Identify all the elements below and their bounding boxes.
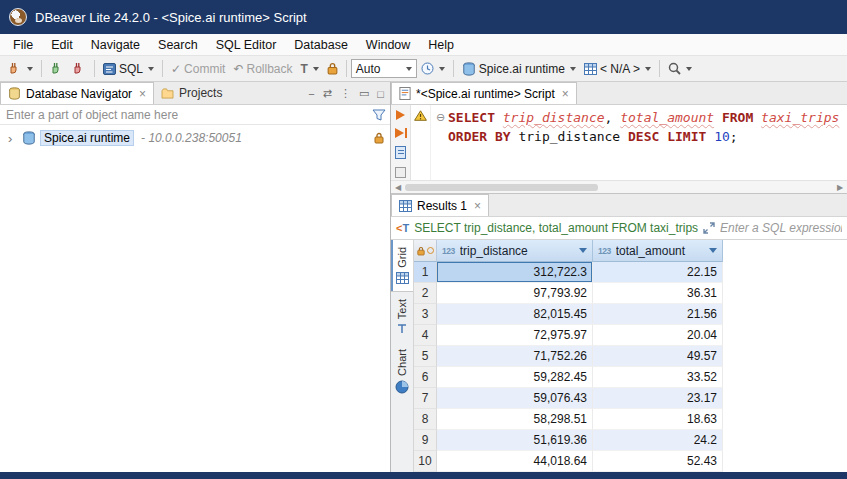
result-view-tabs: Grid Text Chart xyxy=(391,240,414,479)
row-number-cell[interactable]: 4 xyxy=(414,325,437,346)
grid-cell-trip-distance[interactable]: 51,619.36 xyxy=(437,430,593,451)
collapse-all-icon[interactable]: − xyxy=(308,88,314,100)
row-number-cell[interactable]: 6 xyxy=(414,367,437,388)
grid-cell-total-amount[interactable]: 21.56 xyxy=(593,304,723,325)
tab-sql-script[interactable]: *<Spice.ai runtime> Script × xyxy=(391,82,577,104)
maximize-view-icon[interactable]: □ xyxy=(377,88,384,100)
row-number-cell[interactable]: 5 xyxy=(414,346,437,367)
grid-cell-total-amount[interactable]: 22.15 xyxy=(593,262,723,283)
menu-navigate[interactable]: Navigate xyxy=(82,36,149,54)
editor-extra-button[interactable] xyxy=(395,167,406,178)
filter-funnel-icon[interactable] xyxy=(372,109,386,121)
grid-cell-trip-distance[interactable]: 44,018.64 xyxy=(437,451,593,472)
lock-toggle-button[interactable] xyxy=(323,58,342,79)
toolbar-separator xyxy=(453,60,454,77)
menu-search[interactable]: Search xyxy=(149,36,207,54)
minimize-view-icon[interactable]: ▭ xyxy=(359,87,369,100)
close-icon[interactable]: × xyxy=(137,87,146,101)
active-connection-combo[interactable]: Spice.ai runtime xyxy=(458,58,580,79)
menu-help[interactable]: Help xyxy=(419,36,463,54)
rollback-button[interactable]: ↶ Rollback xyxy=(229,58,296,79)
column-header-trip-distance[interactable]: 123 trip_distance xyxy=(437,240,593,262)
grid-cell-total-amount[interactable]: 52.43 xyxy=(593,451,723,472)
close-icon[interactable]: × xyxy=(560,87,569,101)
scroll-right-icon[interactable]: ▶ xyxy=(833,183,847,192)
scrollbar-thumb[interactable] xyxy=(405,184,598,191)
filter-expression-placeholder[interactable]: Enter a SQL expression to... xyxy=(720,221,842,235)
execute-statement-button[interactable] xyxy=(396,110,405,120)
sql-code[interactable]: ⊖SELECT trip_distance, total_amount FROM… xyxy=(431,105,847,180)
view-menu-icon[interactable]: ⋮ xyxy=(340,87,351,100)
grid-cell-trip-distance[interactable]: 71,752.26 xyxy=(437,346,593,367)
grid-cell-total-amount[interactable]: 49.57 xyxy=(593,346,723,367)
code-line[interactable]: ORDER BY trip_distance DESC LIMIT 10; xyxy=(433,127,847,146)
disconnect-button[interactable] xyxy=(68,58,90,79)
search-button[interactable] xyxy=(664,58,696,79)
scrollbar-track[interactable] xyxy=(405,183,833,192)
grid-cell-trip-distance[interactable]: 82,015.45 xyxy=(437,304,593,325)
results-panel: Results 1 × <T SELECT trip_distance, tot… xyxy=(391,193,847,479)
grid-cell-trip-distance[interactable]: 59,282.45 xyxy=(437,367,593,388)
grid-cell-total-amount[interactable]: 33.52 xyxy=(593,367,723,388)
row-number-cell[interactable]: 7 xyxy=(414,388,437,409)
execute-script-icon xyxy=(395,128,404,138)
active-schema-combo[interactable]: < N/A > xyxy=(580,58,655,79)
grid-cell-total-amount[interactable]: 18.63 xyxy=(593,409,723,430)
grid-cell-trip-distance[interactable]: 312,722.3 xyxy=(437,262,593,283)
grid-corner-cell[interactable] xyxy=(414,240,437,262)
expander-icon[interactable]: › xyxy=(8,131,18,146)
grid-cell-trip-distance[interactable]: 97,793.92 xyxy=(437,283,593,304)
grid-cell-trip-distance[interactable]: 58,298.51 xyxy=(437,409,593,430)
grid-cell-total-amount[interactable]: 20.04 xyxy=(593,325,723,346)
row-number-cell[interactable]: 2 xyxy=(414,283,437,304)
new-connection-button[interactable] xyxy=(4,58,37,79)
commit-button[interactable]: ✓ Commit xyxy=(167,58,229,79)
view-tab-grid[interactable]: Grid xyxy=(391,240,413,292)
row-number-cell[interactable]: 3 xyxy=(414,304,437,325)
explain-plan-button[interactable] xyxy=(395,146,406,159)
commit-mode-combo[interactable]: Auto xyxy=(351,59,417,78)
menu-database[interactable]: Database xyxy=(285,36,357,54)
table-row: 472,975.9720.04 xyxy=(414,325,847,346)
execute-script-button[interactable] xyxy=(395,128,407,138)
row-number-cell[interactable]: 10 xyxy=(414,451,437,472)
tab-database-navigator[interactable]: Database Navigator × xyxy=(0,82,154,104)
editor-body: ⊖SELECT trip_distance, total_amount FROM… xyxy=(391,105,847,180)
history-button[interactable] xyxy=(417,58,449,79)
app-icon xyxy=(9,8,27,26)
view-tab-chart[interactable]: Chart xyxy=(391,342,413,401)
menu-edit[interactable]: Edit xyxy=(42,36,82,54)
transaction-mode-button[interactable]: T xyxy=(297,58,323,79)
menu-file[interactable]: File xyxy=(4,36,42,54)
code-line[interactable]: ⊖SELECT trip_distance, total_amount FROM… xyxy=(433,108,847,127)
view-tab-text[interactable]: Text xyxy=(391,292,413,342)
new-sql-editor-button[interactable]: SQL xyxy=(99,58,158,79)
filter-type-icon: <T xyxy=(396,222,409,234)
tab-projects[interactable]: Projects xyxy=(154,82,229,104)
object-filter-input[interactable] xyxy=(6,108,368,122)
fold-collapse-icon[interactable]: ⊖ xyxy=(433,108,448,127)
grid-cell-total-amount[interactable]: 23.17 xyxy=(593,388,723,409)
warning-icon[interactable] xyxy=(414,110,427,121)
row-number-cell[interactable]: 1 xyxy=(414,262,437,283)
tab-results-1[interactable]: Results 1 × xyxy=(391,194,489,216)
editor-horizontal-scrollbar[interactable]: ◀ ▶ xyxy=(391,180,847,193)
grid-cell-trip-distance[interactable]: 59,076.43 xyxy=(437,388,593,409)
sort-desc-icon[interactable] xyxy=(579,248,587,253)
column-header-total-amount[interactable]: 123 total_amount xyxy=(593,240,723,262)
scroll-left-icon[interactable]: ◀ xyxy=(391,183,405,192)
grid-cell-total-amount[interactable]: 36.31 xyxy=(593,283,723,304)
link-with-editor-icon[interactable]: ⇄ xyxy=(323,87,332,100)
grid-cell-total-amount[interactable]: 24.2 xyxy=(593,430,723,451)
maximize-results-icon[interactable] xyxy=(703,222,715,234)
sql-token: trip_distance xyxy=(518,127,628,146)
grid-cell-trip-distance[interactable]: 72,975.97 xyxy=(437,325,593,346)
connect-button[interactable] xyxy=(46,58,68,79)
row-number-cell[interactable]: 8 xyxy=(414,409,437,430)
close-icon[interactable]: × xyxy=(472,199,481,213)
sort-desc-icon[interactable] xyxy=(709,248,717,253)
menu-window[interactable]: Window xyxy=(357,36,419,54)
menu-sql-editor[interactable]: SQL Editor xyxy=(207,36,286,54)
connection-tree-item[interactable]: › Spice.ai runtime - 10.0.0.238:50051 xyxy=(0,128,390,148)
row-number-cell[interactable]: 9 xyxy=(414,430,437,451)
